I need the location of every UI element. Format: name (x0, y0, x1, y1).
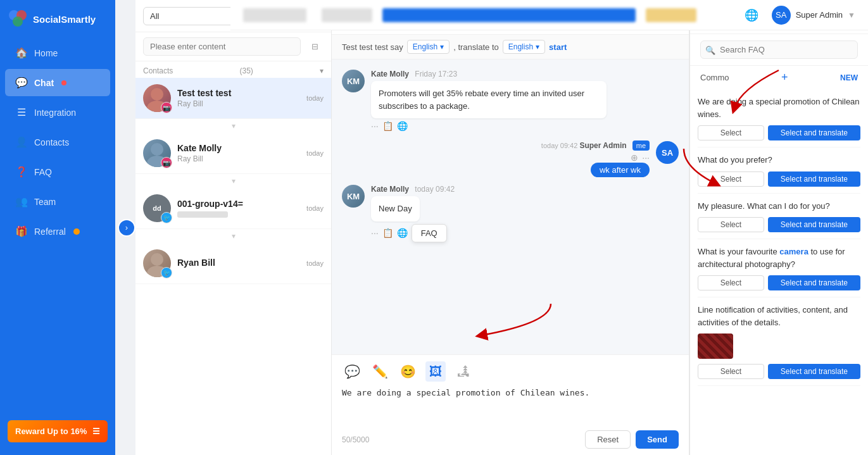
contact-sub-2: Ray Bill (177, 154, 300, 163)
emoji-alt-btn[interactable]: 💬 (342, 361, 362, 382)
contact-meta-4: today (306, 259, 324, 267)
faq-item-actions-4: Select Select and translate (698, 275, 860, 290)
contact-item-ryan[interactable]: 🐦 Ryan Bill today (135, 243, 331, 284)
sidebar-label-team: Team (34, 197, 56, 207)
translate-bar: Test test test say English ▾ , translate… (332, 35, 689, 59)
translate-prefix: Test test test say (342, 42, 403, 52)
home-icon: 🏠 (15, 47, 28, 59)
topbar-tab-4[interactable] (646, 8, 696, 22)
from-lang-select[interactable]: English ▾ (407, 40, 450, 54)
msg-action-more-1[interactable]: ··· (371, 121, 379, 131)
contact-name-2: Kate Molly (177, 143, 300, 153)
to-lang-select[interactable]: English ▾ (503, 40, 545, 54)
platform-badge-twitter-4: 🐦 (161, 267, 172, 278)
msg-tag-2[interactable]: wk after wk (591, 163, 650, 177)
svg-point-5 (151, 143, 163, 156)
twitter-icon-4: 🐦 (163, 270, 170, 276)
sidebar-toggle-area: › (115, 0, 135, 455)
faq-item-text-5: Line notification of activities, content… (698, 304, 860, 328)
faq-item-text-4: What is your favourite camera to use for… (698, 246, 860, 270)
contact-item-1-expand[interactable]: ▾ (135, 119, 331, 133)
search-input[interactable] (143, 37, 301, 56)
emoji-btn[interactable]: 😊 (398, 361, 418, 382)
faq-item-text-2: What do you prefer? (698, 154, 860, 166)
msg-actions-3: ··· 📋 🌐 FAQ (371, 224, 455, 242)
faq-select-btn-2[interactable]: Select (698, 171, 764, 187)
msg-action-translate-3[interactable]: 🌐 (397, 228, 408, 238)
faq-item-actions-5: Select Select and translate (698, 364, 860, 379)
avatar-wrap-3: dd 🐦 (143, 194, 171, 222)
char-count: 50/5000 (342, 435, 369, 444)
platform-badge-twitter-3: 🐦 (161, 212, 172, 223)
faq-item-4: What is your favourite camera to use for… (698, 239, 860, 297)
contact-meta-3: today (306, 204, 324, 212)
edit-btn[interactable]: ✏️ (370, 361, 390, 382)
user-profile[interactable]: SA Super Admin ▼ (772, 6, 855, 25)
msg-time-3: today 09:42 (415, 185, 455, 194)
referral-icon: 🎁 (15, 225, 28, 237)
faq-items: We are doing a special promotion of Chil… (690, 89, 868, 455)
msg-action-more-2[interactable]: ··· (642, 153, 650, 163)
sidebar-item-home[interactable]: 🏠 Home (5, 39, 110, 66)
msg-action-note-1[interactable]: 📋 (382, 121, 393, 131)
contacts-chevron-icon[interactable]: ▾ (320, 66, 324, 75)
faq-search-input[interactable] (700, 41, 858, 59)
msg-action-note-3[interactable]: 📋 (382, 228, 393, 238)
contact-name-3: 001-group-v14= (177, 199, 300, 209)
sidebar-item-chat[interactable]: 💬 Chat (5, 69, 110, 96)
contact-item-3-expand[interactable]: ▾ (135, 229, 331, 243)
to-lang-chevron: ▾ (536, 42, 539, 51)
message-row-3: KM Kate Molly today 09:42 New Day ··· 📋 (342, 185, 679, 242)
sidebar-item-referral[interactable]: 🎁 Referral (5, 218, 110, 245)
faq-translate-btn-1[interactable]: Select and translate (768, 125, 860, 140)
faq-icon: ❓ (15, 166, 28, 178)
contact-info-1: Test test test Ray Bill (177, 88, 300, 108)
faq-select-btn-4[interactable]: Select (698, 275, 764, 290)
msg-time-2: today 09:42 (541, 142, 578, 149)
topbar-tab-1[interactable] (243, 8, 306, 22)
faq-translate-btn-5[interactable]: Select and translate (768, 364, 860, 379)
send-button[interactable]: Send (636, 430, 679, 449)
contact-item-2-expand[interactable]: ▾ (135, 174, 331, 188)
sidebar-collapse-btn[interactable]: › (118, 219, 135, 237)
topbar-tab-2[interactable] (322, 8, 372, 22)
contact-time-4: today (306, 259, 324, 267)
msg-action-more-3[interactable]: ··· (371, 228, 379, 238)
contact-item-group[interactable]: dd 🐦 001-group-v14= today (135, 188, 331, 229)
filter-button[interactable]: ⊟ (306, 38, 324, 56)
sidebar-item-integration[interactable]: ☰ Integration (5, 99, 110, 126)
msg-sender-2: Super Admin (579, 141, 626, 150)
faq-popup-btn[interactable]: FAQ (412, 224, 447, 242)
faq-translate-btn-4[interactable]: Select and translate (768, 275, 860, 290)
contact-name-4: Ryan Bill (177, 258, 300, 268)
sidebar-item-team[interactable]: 👥 Team (5, 188, 110, 215)
avatar-wrap-2: 📷 (143, 139, 171, 167)
msg-action-translate-1[interactable]: 🌐 (397, 121, 408, 131)
contacts-section-title: Contacts (143, 66, 173, 75)
sidebar-item-contacts[interactable]: 👤 Contacts (5, 128, 110, 156)
reward-button[interactable]: Reward Up to 16% ☰ (8, 420, 108, 442)
image-btn[interactable]: 🖼 (425, 361, 446, 382)
sidebar-label-home: Home (34, 48, 58, 58)
faq-translate-btn-2[interactable]: Select and translate (768, 171, 860, 187)
contact-item-test-test-test[interactable]: 📷 Test test test Ray Bill today (135, 78, 331, 119)
msg-sender-name-1: Kate Molly (371, 70, 409, 78)
chat-badge-dot (61, 80, 66, 85)
chat-input[interactable]: We are doing a special promotion of Chil… (342, 387, 679, 425)
contact-time-2: today (306, 149, 324, 157)
sidebar-item-faq[interactable]: ❓ FAQ (5, 158, 110, 185)
contact-meta-2: today (306, 149, 324, 157)
faq-select-btn-3[interactable]: Select (698, 217, 764, 232)
msg-text-3: New Day (379, 204, 412, 213)
faq-select-btn-1[interactable]: Select (698, 125, 764, 140)
contact-item-kate-molly[interactable]: 📷 Kate Molly Ray Bill today (135, 133, 331, 174)
photo-btn[interactable]: 🏞 (453, 361, 474, 382)
topbar-tab-3[interactable] (382, 8, 636, 22)
reset-button[interactable]: Reset (585, 430, 631, 449)
faq-translate-btn-3[interactable]: Select and translate (768, 217, 860, 232)
msg-action-add-2[interactable]: ⊕ (631, 153, 638, 163)
globe-button[interactable]: 🌐 (741, 5, 762, 25)
translate-start-btn[interactable]: start (549, 42, 567, 52)
faq-select-btn-5[interactable]: Select (698, 364, 764, 379)
svg-point-3 (151, 88, 163, 101)
